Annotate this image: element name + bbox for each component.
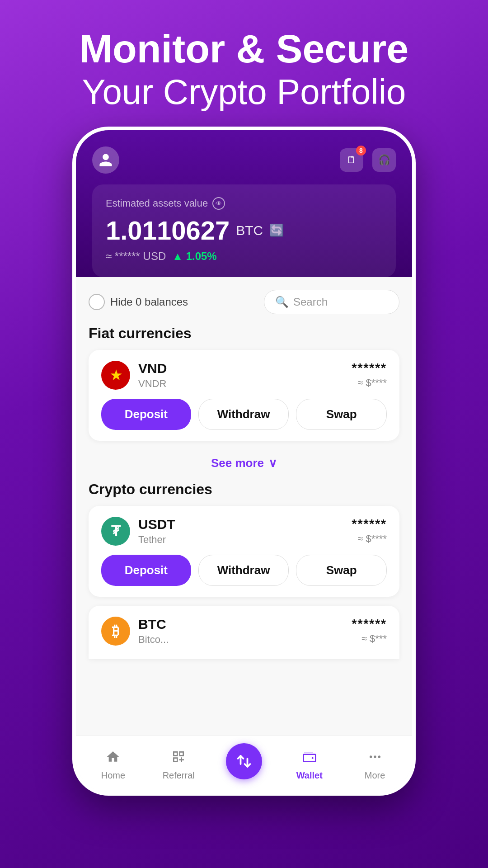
btc-currency-row: ₿ BTC Bitco... ****** ≈ $*** <box>101 617 387 646</box>
search-placeholder: Search <box>293 296 328 308</box>
usdt-usd: ≈ $**** <box>352 533 387 545</box>
eye-icon[interactable]: 👁 <box>212 197 225 210</box>
usdt-name: USDT <box>138 517 175 532</box>
balance-currency: BTC <box>236 223 263 238</box>
hide-zero-toggle[interactable]: Hide 0 balances <box>89 294 188 310</box>
hero-section: Monitor & Secure Your Crypto Portfolio <box>61 0 427 127</box>
svg-point-6 <box>311 757 313 759</box>
usdt-balance-stars: ****** <box>352 517 387 531</box>
btc-balance: ****** ≈ $*** <box>352 617 387 645</box>
nav-referral-label: Referral <box>163 770 195 781</box>
svg-point-8 <box>374 755 376 758</box>
usdt-deposit-button[interactable]: Deposit <box>101 555 191 586</box>
nav-referral[interactable]: Referral <box>146 746 211 781</box>
phone-mockup: 🗒 8 🎧 Estimated assets value 👁 1.0110627… <box>72 127 416 796</box>
estimated-label: Estimated assets value 👁 <box>106 197 382 210</box>
scrollable-content: Hide 0 balances 🔍 Search Fiat currencies… <box>76 277 412 736</box>
phone-header: 🗒 8 🎧 Estimated assets value 👁 1.0110627… <box>76 130 412 277</box>
usd-approx: ≈ ****** USD <box>106 250 166 263</box>
svg-point-9 <box>378 755 380 758</box>
vnd-swap-button[interactable]: Swap <box>296 399 387 430</box>
vnd-card: VND VNDR ****** ≈ $**** Deposit Withdraw… <box>89 350 399 441</box>
nav-wallet-label: Wallet <box>296 770 323 781</box>
usdt-swap-button[interactable]: Swap <box>296 555 387 586</box>
bottom-nav: Home Referral Wallet <box>76 736 412 792</box>
usdt-balance: ****** ≈ $**** <box>352 517 387 545</box>
avatar[interactable] <box>92 146 119 174</box>
chevron-down-icon: ∨ <box>268 456 277 470</box>
headset-button[interactable]: 🎧 <box>372 148 396 172</box>
usdt-withdraw-button[interactable]: Withdraw <box>198 555 289 586</box>
balance-amount: 1.0110627 BTC 🔄 <box>106 215 382 245</box>
referral-icon <box>168 746 189 768</box>
balance-value: 1.0110627 <box>106 215 230 245</box>
hero-line2: Your Crypto Portfolio <box>80 71 409 113</box>
nav-center[interactable] <box>211 743 277 783</box>
vnd-sub: VNDR <box>138 378 167 390</box>
home-icon <box>102 746 124 768</box>
nav-home-label: Home <box>101 770 125 781</box>
headset-icon: 🎧 <box>378 154 390 166</box>
svg-point-7 <box>370 755 372 758</box>
vnd-name: VND <box>138 361 167 376</box>
vnd-icon <box>101 361 130 390</box>
balance-card: Estimated assets value 👁 1.0110627 BTC 🔄… <box>92 184 396 277</box>
crypto-section-title: Crypto currencies <box>89 481 399 498</box>
usdt-currency-row: ₮ USDT Tether ****** ≈ $**** <box>101 517 387 546</box>
usd-row: ≈ ****** USD ▲ 1.05% <box>106 250 382 263</box>
nav-more-label: More <box>365 770 385 781</box>
radio-circle[interactable] <box>89 294 105 310</box>
usdt-icon: ₮ <box>101 517 130 546</box>
vnd-balance-stars: ****** <box>352 361 387 375</box>
notification-badge: 8 <box>356 146 366 156</box>
usdt-card: ₮ USDT Tether ****** ≈ $**** Deposit W <box>89 506 399 597</box>
vnd-currency-row: VND VNDR ****** ≈ $**** <box>101 361 387 390</box>
top-bar: 🗒 8 🎧 <box>92 146 396 174</box>
btc-name: BTC <box>138 617 169 632</box>
hide-zero-label: Hide 0 balances <box>110 296 188 308</box>
search-box[interactable]: 🔍 Search <box>264 290 399 314</box>
hero-line1: Monitor & Secure <box>80 27 409 71</box>
top-icons: 🗒 8 🎧 <box>340 148 396 172</box>
btc-icon: ₿ <box>101 617 130 646</box>
phone-body: Hide 0 balances 🔍 Search Fiat currencies… <box>76 277 412 792</box>
btc-info: ₿ BTC Bitco... <box>101 617 169 646</box>
swap-center-button[interactable] <box>226 743 262 779</box>
vnd-withdraw-button[interactable]: Withdraw <box>198 399 289 430</box>
usdt-text: USDT Tether <box>138 517 175 546</box>
usdt-sub: Tether <box>138 534 175 546</box>
refresh-icon[interactable]: 🔄 <box>269 223 284 237</box>
nav-home[interactable]: Home <box>80 746 146 781</box>
btc-balance-stars: ****** <box>352 617 387 631</box>
vnd-deposit-button[interactable]: Deposit <box>101 399 191 430</box>
change-percent: ▲ 1.05% <box>172 250 216 263</box>
vnd-balance: ****** ≈ $**** <box>352 361 387 389</box>
more-icon <box>364 746 386 768</box>
notification-icon: 🗒 <box>347 154 357 166</box>
vnd-usd: ≈ $**** <box>352 377 387 389</box>
btc-text: BTC Bitco... <box>138 617 169 646</box>
wallet-icon <box>299 746 320 768</box>
notification-button[interactable]: 🗒 8 <box>340 148 363 172</box>
filter-row: Hide 0 balances 🔍 Search <box>89 290 399 314</box>
vnd-info: VND VNDR <box>101 361 167 390</box>
see-more-fiat[interactable]: See more ∨ <box>89 450 399 481</box>
btc-sub: Bitco... <box>138 634 169 646</box>
usdt-action-buttons: Deposit Withdraw Swap <box>101 555 387 586</box>
see-more-label: See more <box>211 456 264 470</box>
nav-wallet[interactable]: Wallet <box>277 746 342 781</box>
usdt-info: ₮ USDT Tether <box>101 517 175 546</box>
btc-card: ₿ BTC Bitco... ****** ≈ $*** <box>89 606 399 659</box>
search-icon: 🔍 <box>275 296 289 308</box>
fiat-section-title: Fiat currencies <box>89 325 399 342</box>
vnd-action-buttons: Deposit Withdraw Swap <box>101 399 387 430</box>
vnd-text: VND VNDR <box>138 361 167 390</box>
btc-usd: ≈ $*** <box>352 633 387 645</box>
nav-more[interactable]: More <box>342 746 408 781</box>
